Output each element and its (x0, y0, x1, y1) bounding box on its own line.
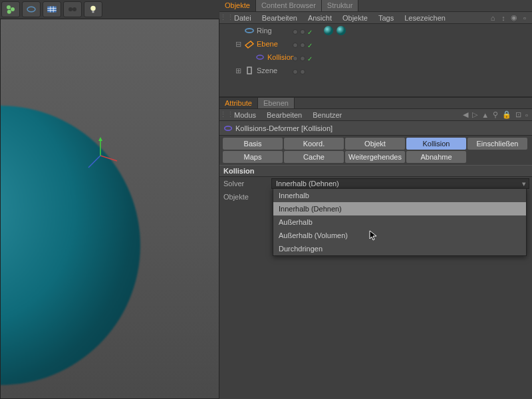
parameter-tabs: Basis Koord. Objekt Kollision Einschließ… (219, 136, 532, 165)
hierarchy-row[interactable]: Kollision (219, 51, 532, 64)
menu-datei[interactable]: Datei (229, 14, 257, 22)
svg-point-12 (90, 6, 96, 11)
vis-dot[interactable] (293, 29, 298, 35)
material-tag-icon[interactable] (323, 25, 334, 36)
deformer-icon (223, 124, 233, 133)
vis-dot[interactable] (293, 43, 298, 48)
svg-line-16 (88, 156, 100, 168)
svg-point-23 (336, 26, 346, 35)
vis-dot[interactable] (300, 56, 305, 61)
hierarchy-row[interactable]: ⊟ Ebene (219, 37, 532, 51)
check-icon[interactable]: ✓ (307, 42, 313, 49)
tab-attribute[interactable]: Attribute (219, 98, 258, 108)
new-icon[interactable]: ⊡ (515, 110, 521, 119)
solver-label: Solver (222, 180, 271, 188)
dropdown-option[interactable]: Außerhalb (273, 215, 526, 229)
section-header: Kollision (219, 165, 532, 177)
dropdown-option[interactable]: Außerhalb (Volumen) (273, 229, 526, 242)
svg-marker-17 (98, 137, 102, 141)
object-name: Ring (257, 27, 272, 35)
search-icon[interactable]: ⚲ (493, 110, 498, 119)
paramtab-koord[interactable]: Koord. (284, 138, 344, 150)
eye-icon[interactable]: ◉ (509, 13, 519, 23)
paramtab-cache[interactable]: Cache (284, 151, 344, 163)
menu-bearbeiten[interactable]: Bearbeiten (261, 111, 307, 119)
menu-bearbeiten[interactable]: Bearbeiten (257, 14, 303, 22)
svg-marker-19 (245, 41, 253, 48)
up-icon[interactable]: ▲ (481, 110, 489, 119)
paramtab-objekt[interactable]: Objekt (345, 138, 405, 150)
menu-lesezeichen[interactable]: Lesezeichen (399, 14, 451, 22)
menu-benutzer[interactable]: Benutzer (307, 111, 347, 119)
solver-dropdown-menu: Innerhalb Innerhalb (Dehnen) Außerhalb A… (273, 188, 527, 256)
mesh-object (0, 88, 158, 399)
solver-dropdown[interactable]: Innerhalb (Dehnen) ▾ (271, 178, 529, 189)
vis-dot[interactable] (300, 43, 305, 48)
vis-dot[interactable] (293, 56, 298, 61)
vis-dot[interactable] (300, 69, 305, 74)
expander-icon[interactable]: ⊞ (235, 66, 242, 75)
paramtab-maps[interactable]: Maps (223, 151, 283, 163)
object-name: Kollision (267, 53, 295, 61)
svg-point-10 (72, 7, 76, 11)
plane-icon (244, 39, 255, 49)
tab-struktur[interactable]: Struktur (322, 0, 359, 11)
menu-modus[interactable]: Modus (229, 111, 261, 119)
paramtab-einschliessen[interactable]: Einschließen (467, 138, 527, 150)
svg-rect-4 (47, 7, 57, 13)
tag-column (323, 25, 346, 40)
lock-icon[interactable]: 🔒 (502, 110, 511, 119)
grip-icon[interactable]: ⋮⋮ (219, 110, 229, 119)
top-toolbar (0, 0, 104, 19)
torus-icon (244, 25, 255, 36)
menu-tags[interactable]: Tags (373, 14, 399, 22)
check-icon[interactable]: ✓ (307, 29, 313, 36)
hierarchy-row[interactable]: Ring (219, 24, 532, 37)
dropdown-option[interactable]: Innerhalb (273, 189, 526, 202)
gears-icon[interactable] (1, 1, 20, 17)
paramtab-kollision[interactable]: Kollision (406, 138, 466, 150)
grid-icon[interactable] (43, 1, 61, 17)
fwd-icon[interactable]: ▷ (472, 110, 477, 119)
deformer-title-bar: Kollisions-Deformer [Kollision] (219, 121, 532, 136)
vis-dot[interactable] (300, 29, 305, 35)
object-name: Ebene (257, 40, 278, 48)
paramtab-basis[interactable]: Basis (223, 138, 283, 150)
deformer-title: Kollisions-Deformer [Kollision] (235, 124, 332, 132)
light-icon[interactable] (84, 1, 102, 17)
null-icon (244, 65, 255, 76)
arrows-icon[interactable]: ↕ (499, 13, 508, 23)
square-icon[interactable]: ▫ (520, 13, 529, 23)
svg-rect-13 (92, 11, 94, 13)
tab-ebenen[interactable]: Ebenen (258, 98, 295, 108)
svg-point-3 (27, 7, 35, 12)
back-icon[interactable]: ◀ (463, 110, 468, 119)
menu-ansicht[interactable]: Ansicht (303, 14, 337, 22)
menu-objekte[interactable]: Objekte (337, 14, 373, 22)
hierarchy-row[interactable]: ⊞ Szene (219, 64, 532, 77)
objects-menubar: ⋮⋮ Datei Bearbeiten Ansicht Objekte Tags… (219, 12, 532, 24)
lens-icon[interactable] (22, 1, 41, 17)
expander-icon[interactable]: ⊟ (235, 40, 242, 49)
visibility-column: ✓ ✓ ✓ (293, 25, 313, 78)
svg-point-24 (225, 126, 232, 130)
paramtab-weitergehendes[interactable]: Weitergehendes (345, 151, 405, 163)
viewport-3d[interactable] (0, 19, 219, 399)
right-panel: Objekte Content Browser Struktur ⋮⋮ Date… (219, 0, 532, 399)
tab-objekte[interactable]: Objekte (219, 0, 256, 11)
attribute-tabs: Attribute Ebenen (219, 97, 532, 109)
home-icon[interactable]: ⌂ (488, 13, 497, 23)
check-icon[interactable]: ✓ (307, 55, 313, 63)
dropdown-option[interactable]: Durchdringen (273, 242, 526, 255)
glasses-icon[interactable] (63, 1, 82, 17)
grip-icon[interactable]: ⋮⋮ (219, 13, 229, 22)
axis-gizmo[interactable] (80, 136, 120, 176)
dropdown-option[interactable]: Innerhalb (Dehnen) (273, 202, 526, 215)
square-icon[interactable]: ▫ (525, 110, 528, 119)
paramtab-abnahme[interactable]: Abnahme (406, 151, 466, 163)
material-tag-icon[interactable] (336, 25, 346, 36)
vis-dot[interactable] (293, 69, 298, 74)
svg-point-22 (324, 26, 333, 35)
svg-rect-21 (247, 67, 251, 74)
tab-content-browser[interactable]: Content Browser (256, 0, 322, 11)
